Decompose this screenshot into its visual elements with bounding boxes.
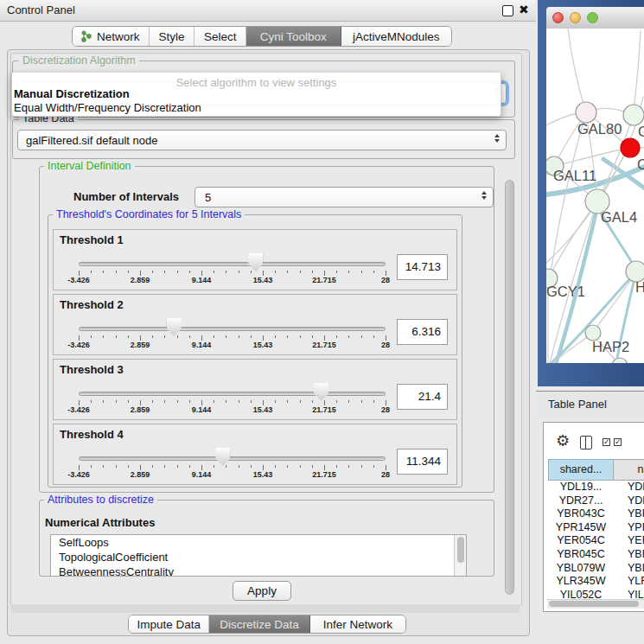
tab-cyni-toolbox[interactable]: Cyni Toolbox	[246, 27, 341, 46]
cell-name[interactable]: YDL1	[614, 481, 644, 494]
tab-jactivemnodules[interactable]: jActiveMNodules	[341, 27, 451, 46]
tick-mark	[373, 335, 374, 338]
threshold-2-slider[interactable]	[79, 327, 386, 331]
cell-shared-name[interactable]: YLR345W	[548, 575, 614, 589]
numerical-attributes-list[interactable]: SelfLoopsTopologicalCoefficientBetweenne…	[50, 534, 467, 577]
algorithm-option-equal-width[interactable]: Equal Width/Frequency Discretization	[14, 101, 498, 114]
table-scrollbar-thumb[interactable]	[549, 601, 639, 607]
cell-shared-name[interactable]: YER054C	[548, 534, 614, 548]
threshold-1-slider-handle[interactable]	[248, 253, 263, 271]
threshold-3-slider-handle[interactable]	[314, 383, 328, 401]
right-green-node[interactable]	[623, 105, 644, 125]
table-horizontal-scrollbar[interactable]	[547, 599, 644, 609]
float-window-icon[interactable]	[502, 5, 513, 16]
table-row[interactable]: YDL19...YDL1	[548, 481, 644, 494]
tick-mark	[300, 465, 301, 468]
tick-mark	[116, 271, 117, 273]
tick-mark	[312, 335, 313, 338]
algorithm-option-manual[interactable]: Manual Discretization	[14, 87, 498, 100]
tick-mark	[361, 465, 362, 468]
column-layout-icon[interactable]	[580, 436, 592, 450]
thresholds-group-title: Threshold's Coordinates for 5 Intervals	[53, 209, 245, 220]
tab-style[interactable]: Style	[150, 27, 195, 46]
threshold-4-slider[interactable]	[79, 456, 386, 461]
network-window-titlebar[interactable]	[546, 7, 644, 29]
minimize-traffic-light[interactable]	[570, 12, 581, 23]
tick-mark	[373, 271, 374, 273]
tab-impute-data[interactable]: Impute Data	[129, 615, 209, 633]
cell-name[interactable]: YER0	[614, 534, 644, 548]
tick-label: 15.43	[253, 341, 273, 349]
cell-name[interactable]: YDR2	[614, 494, 644, 508]
threshold-4-value-field[interactable]: 11.344	[397, 449, 448, 475]
cell-shared-name[interactable]: YBR043C	[548, 507, 614, 521]
threshold-3-value-field[interactable]: 21.4	[397, 384, 448, 410]
cell-shared-name[interactable]: YPR145W	[548, 521, 614, 535]
tick-mark	[103, 400, 104, 403]
list-scrollbar-thumb[interactable]	[457, 537, 464, 563]
threshold-2-value-field[interactable]: 6.316	[397, 319, 448, 345]
close-traffic-light[interactable]	[552, 12, 564, 23]
select-columns-check-icon[interactable]: ✓	[614, 438, 622, 446]
table-data-combobox[interactable]: galFiltered.sif default node	[17, 130, 507, 150]
table-row[interactable]: YBL079WYBL0	[548, 562, 644, 576]
cell-name[interactable]: YBR0	[614, 548, 644, 562]
threshold-2-slider-handle[interactable]	[167, 318, 182, 336]
tick-label: -3.426	[67, 405, 90, 414]
tick-mark	[336, 400, 337, 403]
cell-name[interactable]: YBL0	[614, 562, 644, 576]
tab-impute-data-label: Impute Data	[137, 618, 201, 631]
tick-label: 9.144	[192, 341, 212, 349]
cell-shared-name[interactable]: YBR045C	[548, 548, 614, 562]
threshold-4-slider-handle[interactable]	[215, 448, 230, 466]
threshold-3-label: Threshold 3	[60, 363, 124, 376]
zoom-traffic-light[interactable]	[587, 12, 598, 23]
tick-mark	[152, 400, 153, 403]
number-of-intervals-combobox[interactable]: 5	[194, 187, 494, 207]
column-header-name[interactable]: na	[614, 459, 644, 481]
tick-mark	[300, 400, 301, 403]
table-row[interactable]: YDR27...YDR2	[548, 494, 644, 508]
network-icon	[81, 30, 92, 42]
table-row[interactable]: YBR043CYBR0	[548, 507, 644, 521]
cell-shared-name[interactable]: YDR27...	[548, 494, 614, 508]
threshold-3-slider[interactable]	[79, 392, 386, 396]
tick-mark	[128, 335, 129, 338]
attribute-list-item[interactable]: TopologicalCoefficient	[51, 550, 466, 564]
tab-discretize-data[interactable]: Discretize Data	[209, 615, 309, 633]
settings-gear-icon[interactable]: ⚙	[556, 433, 570, 449]
red-node[interactable]	[621, 138, 640, 157]
cell-shared-name[interactable]: YBL079W	[548, 562, 614, 576]
table-rows: YDL19...YDL1YDR27...YDR2YBR043CYBR0YPR14…	[548, 481, 644, 601]
threshold-1-value-field[interactable]: 14.713	[397, 254, 448, 280]
panel-scrollbar-thumb[interactable]	[505, 180, 514, 595]
cell-name[interactable]: YLR3	[614, 575, 644, 589]
column-header-shared[interactable]: shared...	[548, 459, 614, 481]
tab-infer-network[interactable]: Infer Network	[310, 615, 405, 633]
cell-shared-name[interactable]: YDL19...	[548, 481, 614, 494]
table-row[interactable]: YPR145WYPR1	[548, 521, 644, 535]
tick-mark	[239, 400, 239, 403]
node-label-GA: GA	[638, 124, 644, 139]
tab-select[interactable]: Select	[194, 27, 246, 46]
tick-mark	[287, 465, 288, 468]
close-icon[interactable]: ✖	[519, 3, 529, 16]
tab-network[interactable]: Network	[73, 27, 150, 46]
network-edge	[568, 29, 586, 113]
tick-mark	[300, 271, 301, 273]
GAL80-node[interactable]	[576, 102, 596, 123]
select-columns-check-icon[interactable]: ✓	[603, 438, 610, 446]
attribute-list-item[interactable]: SelfLoops	[51, 535, 466, 550]
cell-name[interactable]: YBR0	[614, 507, 644, 521]
cell-name[interactable]: YPR1	[614, 521, 644, 535]
apply-button[interactable]: Apply	[233, 581, 291, 601]
attribute-list-item[interactable]: BetweennessCentrality	[51, 564, 466, 577]
table-row[interactable]: YLR345WYLR3	[548, 575, 644, 589]
table-row[interactable]: YER054CYER0	[548, 534, 644, 548]
threshold-1-slider[interactable]	[79, 262, 386, 266]
tick-mark	[214, 271, 214, 273]
table-row[interactable]: YBR045CYBR0	[548, 548, 644, 562]
network-view-canvas[interactable]: GAL80GACGAL11GAL4GCY1HHAP2	[546, 29, 644, 363]
list-scrollbar[interactable]	[454, 535, 466, 576]
tick-label: 21.715	[312, 276, 336, 284]
